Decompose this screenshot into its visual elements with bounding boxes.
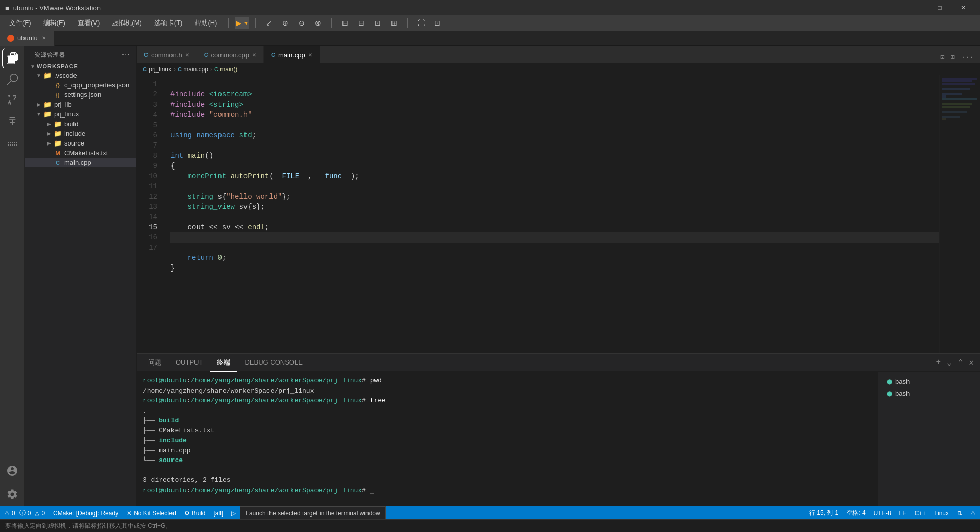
status-sync[interactable]: ⇅	[953, 506, 966, 519]
status-no-kit[interactable]: ✕ No Kit Selected	[122, 506, 180, 519]
menu-help[interactable]: 帮助(H)	[189, 16, 222, 30]
sidebar-item-build[interactable]: ▶ 📁 build	[24, 119, 136, 129]
activity-extensions[interactable]	[2, 134, 22, 154]
prj-lib-folder-icon: 📁	[43, 101, 52, 108]
activity-source-control[interactable]	[2, 91, 22, 111]
term-line-10	[143, 466, 872, 476]
view-button1[interactable]: ⊟	[338, 17, 352, 29]
panel-tab-output[interactable]: OUTPUT	[168, 354, 210, 372]
code-editor[interactable]: 12345 678910 11121314 15 1617 #include <…	[137, 75, 980, 353]
sidebar-menu-button[interactable]: ···	[122, 50, 130, 59]
bash-session-2[interactable]: ⬤ bash	[883, 388, 976, 399]
status-run[interactable]: ▷	[227, 506, 240, 519]
tab-common-h[interactable]: C common.h ✕	[137, 46, 197, 63]
bash-session-1[interactable]: ⬤ bash	[883, 376, 976, 388]
collapse-panel-button[interactable]: ⌃	[956, 355, 965, 370]
indent-label: 空格: 4	[846, 509, 865, 517]
status-errors[interactable]: ⚠ 0 ⓘ 0 △ 0	[0, 506, 49, 519]
sidebar-item-c-cpp[interactable]: ▶ {} c_cpp_properties.json	[24, 80, 136, 90]
maximize-button[interactable]: □	[928, 0, 951, 15]
sidebar-item-prj-lib[interactable]: ▶ 📁 prj_lib	[24, 100, 136, 109]
close-panel-button[interactable]: ✕	[967, 355, 976, 370]
breadcrumb-prj-linux[interactable]: C prj_linux	[143, 66, 172, 73]
status-line-ending[interactable]: LF	[895, 506, 911, 519]
tab-common-cpp-close[interactable]: ✕	[252, 52, 256, 58]
status-encoding[interactable]: UTF-8	[870, 506, 895, 519]
send-input-button[interactable]: ↙	[262, 17, 276, 29]
editor-layout-button[interactable]: ⊞	[948, 51, 957, 63]
snapshot-button1[interactable]: ⊕	[278, 17, 292, 29]
sidebar-item-source[interactable]: ▶ 📁 source	[24, 138, 136, 148]
display-button[interactable]: ⊡	[430, 17, 445, 29]
notification-text: 要将输入定向到虚拟机，请将鼠标指针移入其中或按 Ctrl+G。	[5, 522, 172, 530]
source-label: source	[64, 139, 84, 147]
more-actions-button[interactable]: ···	[959, 51, 976, 63]
minimize-button[interactable]: ─	[904, 0, 928, 15]
run-icon: ▶	[236, 19, 241, 27]
breadcrumb-main-cpp[interactable]: C main.cpp	[178, 66, 208, 73]
term-line-4: .	[143, 406, 872, 416]
status-target[interactable]: [all]	[210, 506, 228, 519]
view-button2[interactable]: ⊟	[354, 17, 369, 29]
sidebar-item-main-cpp[interactable]: ▶ C main.cpp	[24, 158, 136, 167]
tab-main-cpp-close[interactable]: ✕	[308, 52, 312, 58]
new-terminal-button[interactable]: +	[934, 356, 943, 369]
panel-tab-problems[interactable]: 问题	[141, 354, 168, 372]
vscode-expand-icon: ▼	[35, 72, 43, 78]
terminal-main[interactable]: root@ubuntu:/home/yangzheng/share/worker…	[137, 372, 878, 506]
status-platform[interactable]: Linux	[930, 506, 953, 519]
menu-view[interactable]: 查看(V)	[72, 16, 105, 30]
panel-tabs: 问题 OUTPUT 终端 DEBUG CONSOLE + ⌄ ⌃ ✕	[137, 354, 980, 372]
sidebar-item-vscode[interactable]: ▼ 📁 .vscode	[24, 70, 136, 80]
menu-edit[interactable]: 编辑(E)	[38, 16, 70, 30]
menu-file[interactable]: 文件(F)	[4, 16, 36, 30]
vm-tab-ubuntu[interactable]: ubuntu ✕	[0, 31, 55, 46]
status-cursor[interactable]: 行 15, 列 1	[805, 506, 842, 519]
sidebar-item-include[interactable]: ▶ 📁 include	[24, 129, 136, 138]
fullscreen-button[interactable]: ⛶	[414, 17, 428, 29]
no-kit-label: No Kit Selected	[134, 510, 176, 517]
code-content[interactable]: #include <iostream> #include <string> #i…	[162, 75, 939, 353]
activity-search[interactable]	[2, 69, 22, 90]
status-indent[interactable]: 空格: 4	[842, 506, 869, 519]
snapshot-button3[interactable]: ⊗	[311, 17, 325, 29]
tab-common-cpp[interactable]: C common.cpp ✕	[197, 46, 264, 63]
sidebar-item-prj-linux[interactable]: ▼ 📁 prj_linux	[24, 109, 136, 119]
view-button3[interactable]: ⊡	[371, 17, 385, 29]
panel-tab-terminal[interactable]: 终端	[210, 354, 237, 372]
status-build[interactable]: ⚙ Build	[180, 506, 210, 519]
status-language[interactable]: C++	[911, 506, 930, 519]
prj-lib-label: prj_lib	[54, 101, 72, 108]
include-folder-icon: 📁	[53, 130, 62, 137]
view-button4[interactable]: ⊞	[387, 17, 401, 29]
tab-main-cpp-label: main.cpp	[278, 51, 305, 59]
toolbar-separator-3	[331, 18, 332, 28]
breadcrumb-main-func[interactable]: C main()	[214, 66, 237, 73]
sidebar-item-cmake[interactable]: ▶ M CMakeLists.txt	[24, 148, 136, 158]
status-cmake[interactable]: CMake: [Debug]: Ready	[49, 506, 122, 519]
main-cpp-icon: C	[53, 160, 62, 166]
split-editor-button[interactable]: ⊡	[938, 51, 946, 63]
activity-run-debug[interactable]	[2, 112, 22, 133]
tab-common-h-close[interactable]: ✕	[185, 52, 189, 58]
run-pause-button[interactable]: ▶ ▼	[235, 17, 249, 29]
activity-settings[interactable]	[2, 484, 22, 504]
menu-vm[interactable]: 虚拟机(M)	[107, 16, 147, 30]
sidebar-item-settings[interactable]: ▶ {} settings.json	[24, 90, 136, 100]
tab-main-cpp[interactable]: C main.cpp ✕	[264, 46, 320, 63]
info-icon: ⓘ	[19, 509, 26, 517]
term-line-3: root@ubuntu:/home/yangzheng/share/worker…	[143, 396, 872, 406]
activity-account[interactable]	[2, 461, 22, 481]
sidebar-workspace[interactable]: ▼ WORKSPACE	[24, 62, 136, 70]
panel-tab-debug[interactable]: DEBUG CONSOLE	[237, 354, 309, 372]
split-terminal-button[interactable]: ⌄	[945, 355, 954, 370]
menu-tabs[interactable]: 选项卡(T)	[149, 16, 188, 30]
snapshot-button2[interactable]: ⊖	[295, 17, 309, 29]
sidebar-tree: ▼ WORKSPACE ▼ 📁 .vscode ▶ {} c_cpp_prope…	[24, 61, 136, 506]
vm-tab-close[interactable]: ✕	[41, 34, 47, 42]
status-warning[interactable]: ⚠	[966, 506, 980, 519]
sync-icon: ⇅	[957, 510, 962, 517]
close-button[interactable]: ✕	[951, 0, 975, 15]
activity-explorer[interactable]	[2, 48, 22, 68]
term-line-11: 3 directories, 2 files	[143, 475, 872, 486]
